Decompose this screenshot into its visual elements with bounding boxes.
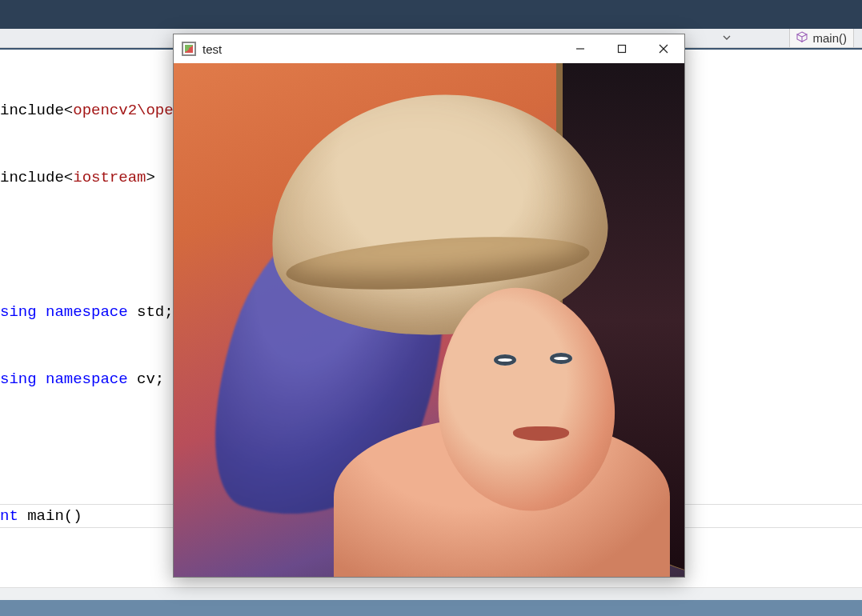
code-text: namespace (37, 370, 128, 388)
editor-bottom-bar (0, 587, 862, 600)
code-text: namespace (37, 303, 128, 321)
code-text: main() (18, 507, 82, 525)
code-text: < (64, 102, 73, 119)
window-title: test (202, 42, 222, 56)
code-text: opencv2\ope (73, 102, 173, 119)
maximize-button[interactable] (601, 34, 643, 63)
code-text: cv; (128, 370, 165, 388)
minimize-button[interactable] (559, 34, 601, 63)
opencv-image-window[interactable]: test (173, 34, 685, 578)
code-text: std; (128, 303, 174, 321)
window-titlebar[interactable]: test (174, 34, 684, 63)
code-text: > (146, 169, 154, 186)
displayed-image (174, 63, 684, 577)
status-bar (0, 600, 862, 616)
nav-function-label: main() (812, 31, 847, 45)
nav-dropdown-arrow[interactable] (720, 30, 734, 45)
code-text: iostream (73, 169, 146, 186)
code-text: < (64, 169, 73, 186)
code-text: include (0, 102, 64, 119)
app-icon (182, 42, 196, 56)
close-button[interactable] (643, 34, 684, 63)
code-text: include (0, 169, 64, 186)
nav-function-indicator[interactable]: main() (789, 29, 854, 48)
cube-icon (796, 31, 808, 45)
code-text: sing (0, 370, 37, 388)
code-text: sing (0, 303, 37, 321)
ide-titlebar (0, 0, 862, 29)
svg-rect-1 (619, 46, 626, 53)
code-text: nt (0, 507, 18, 525)
